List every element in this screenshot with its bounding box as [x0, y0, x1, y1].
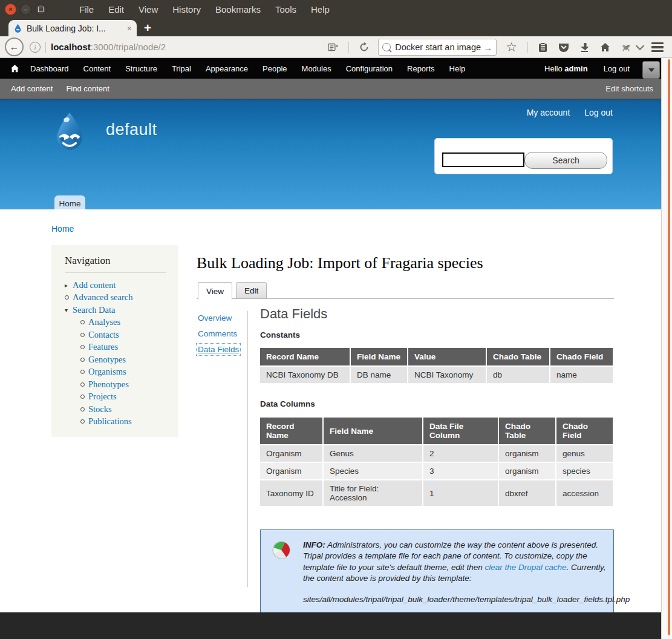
list-item: Phenotypes	[65, 378, 166, 391]
search-bar[interactable]: →	[378, 39, 497, 56]
admin-home-icon[interactable]	[10, 64, 19, 73]
sidebar-item-genotypes[interactable]: Genotypes	[88, 355, 126, 365]
column-header: Chado Table	[487, 348, 550, 365]
reader-mode-icon[interactable]	[328, 43, 338, 52]
column-header: Chado Field	[550, 348, 614, 365]
menu-history[interactable]: History	[172, 4, 201, 15]
back-button[interactable]: ←	[5, 38, 24, 56]
column-header: Value	[408, 348, 487, 365]
site-search-input[interactable]	[442, 152, 524, 167]
admin-item-modules[interactable]: Modules	[302, 64, 331, 73]
window-close-button[interactable]: ×	[5, 4, 16, 15]
pane-link-comments[interactable]: Comments	[198, 329, 237, 338]
sidebar-item-publications[interactable]: Publications	[88, 416, 132, 427]
bookmarks-menu-icon[interactable]	[538, 42, 547, 53]
tab-view[interactable]: View	[198, 282, 232, 300]
username: admin	[564, 64, 587, 73]
collapsed-arrow-icon[interactable]: ▸	[65, 282, 73, 289]
cell: db	[487, 365, 550, 383]
edit-shortcuts-link[interactable]: Edit shortcuts	[605, 79, 653, 99]
sidebar-item-features[interactable]: Features	[88, 342, 118, 352]
sidebar-item-projects[interactable]: Projects	[88, 392, 117, 402]
column-header: Chado Field	[556, 418, 614, 444]
shortcut-add-content[interactable]: Add content	[11, 84, 53, 93]
table-row: Organism Genus 2 organism genus	[260, 444, 614, 462]
address-field[interactable]: localhost:3000/tripal/node/2	[51, 42, 166, 52]
list-item: Organisms	[65, 366, 166, 379]
admin-item-reports[interactable]: Reports	[407, 64, 435, 73]
menu-edit[interactable]: Edit	[108, 4, 124, 15]
pane-content: Data Fields Constants Record Name Field …	[260, 306, 614, 615]
constants-table: Record Name Field Name Value Chado Table…	[260, 348, 614, 383]
admin-item-structure[interactable]: Structure	[125, 64, 157, 73]
bookmark-star-icon[interactable]: ☆	[506, 40, 517, 54]
bullet-icon	[80, 407, 85, 411]
navigation-sidebar: Navigation ▸Add content Advanced search …	[51, 245, 178, 437]
sidebar-item-organisms[interactable]: Organisms	[88, 367, 126, 377]
sidebar-item-add-content[interactable]: Add content	[73, 280, 116, 290]
site-name[interactable]: default	[106, 120, 157, 139]
tab-edit[interactable]: Edit	[236, 282, 267, 299]
pocket-icon[interactable]	[558, 42, 569, 53]
downloads-icon[interactable]	[580, 42, 589, 52]
toolbar-toggle-button[interactable]	[642, 61, 660, 79]
tab-close-icon[interactable]: ×	[127, 24, 132, 33]
admin-item-help[interactable]: Help	[449, 64, 466, 73]
shortcut-find-content[interactable]: Find content	[66, 84, 109, 93]
pane-link-overview[interactable]: Overview	[198, 313, 232, 323]
logout-link[interactable]: Log out	[584, 108, 613, 117]
menu-tools[interactable]: Tools	[275, 4, 296, 15]
search-icon	[382, 43, 391, 51]
drupal-logo[interactable]	[51, 112, 88, 154]
sidebar-item-advanced-search[interactable]: Advanced search	[73, 292, 132, 303]
expanded-arrow-icon[interactable]: ▾	[65, 307, 73, 313]
pane-links: Overview Comments Data Fields	[198, 313, 239, 361]
sidebar-item-analyses[interactable]: Analyses	[88, 317, 120, 327]
divider	[247, 311, 248, 587]
scrollbar-track[interactable]	[661, 58, 672, 639]
site-info-icon[interactable]: i	[30, 42, 41, 53]
site-search-button[interactable]: Search	[524, 152, 607, 169]
search-input[interactable]	[394, 42, 483, 53]
browser-tab[interactable]: Bulk Loading Job: I... ×	[8, 20, 137, 36]
admin-item-tripal[interactable]: Tripal	[172, 64, 191, 73]
new-tab-button[interactable]: +	[144, 20, 151, 35]
sidebar-item-contacts[interactable]: Contacts	[88, 330, 119, 340]
window-minimize-button[interactable]: –	[20, 4, 31, 15]
admin-logout-link[interactable]: Log out	[604, 64, 630, 73]
account-links: My account Log out	[527, 108, 613, 117]
my-account-link[interactable]: My account	[527, 108, 570, 117]
home-icon[interactable]	[600, 42, 610, 52]
window-maximize-button[interactable]	[35, 4, 47, 15]
clear-cache-link[interactable]: clear the Drupal cache	[485, 563, 567, 572]
menu-view[interactable]: View	[139, 4, 158, 15]
sidebar-item-stocks[interactable]: Stocks	[88, 404, 112, 415]
sidebar-item-search-data[interactable]: Search Data	[73, 305, 115, 315]
extension-icon[interactable]	[621, 43, 631, 51]
cell: genus	[556, 444, 614, 462]
admin-item-appearance[interactable]: Appearance	[206, 64, 248, 73]
reload-icon[interactable]	[359, 42, 369, 52]
admin-item-content[interactable]: Content	[83, 64, 111, 73]
bullet-icon	[80, 333, 85, 337]
menu-bookmarks[interactable]: Bookmarks	[215, 4, 261, 15]
admin-item-dashboard[interactable]: Dashboard	[30, 64, 69, 73]
hamburger-menu-icon[interactable]	[651, 42, 664, 53]
menu-file[interactable]: File	[79, 4, 94, 15]
admin-item-configuration[interactable]: Configuration	[346, 64, 393, 73]
sidebar-item-phenotypes[interactable]: Phenotypes	[88, 379, 129, 390]
divider	[197, 298, 614, 299]
scrollbar-thumb[interactable]	[668, 59, 670, 635]
window-controls: × –	[5, 4, 47, 15]
chevron-down-icon[interactable]	[636, 42, 644, 50]
breadcrumb[interactable]: Home	[51, 224, 74, 234]
pane-link-data-fields[interactable]: Data Fields	[198, 345, 239, 354]
toolbar-icons: → ☆	[322, 36, 672, 58]
list-item: ▸Add content	[65, 279, 166, 292]
search-go-icon[interactable]: →	[483, 42, 492, 53]
cell: species	[556, 462, 614, 479]
menu-help[interactable]: Help	[311, 4, 330, 15]
bullet-icon	[80, 382, 85, 387]
admin-item-people[interactable]: People	[263, 64, 287, 73]
bullet-icon	[80, 395, 85, 399]
